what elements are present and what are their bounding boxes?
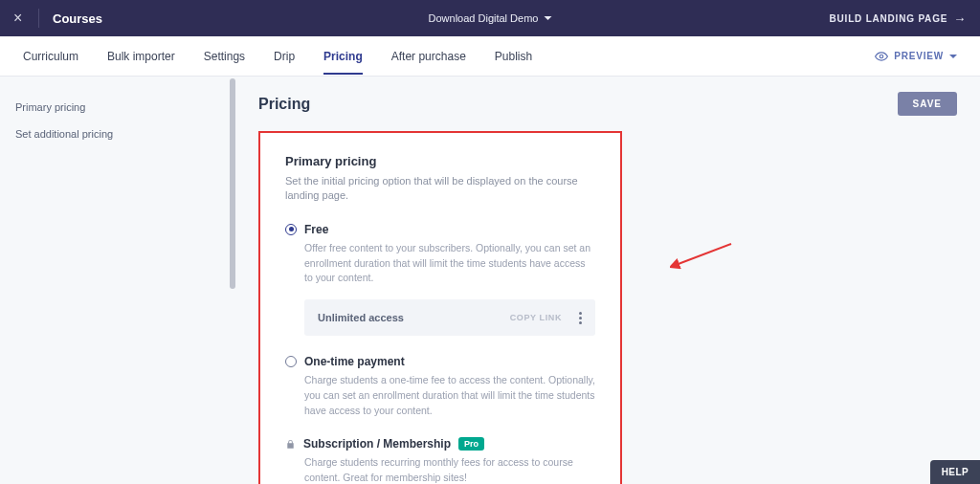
build-landing-page-label: BUILD LANDING PAGE bbox=[830, 13, 948, 24]
section-title: Primary pricing bbox=[285, 154, 595, 168]
option-label-one-time: One-time payment bbox=[304, 355, 405, 368]
pro-badge: Pro bbox=[458, 437, 484, 451]
radio-free[interactable] bbox=[285, 224, 297, 235]
tab-curriculum[interactable]: Curriculum bbox=[23, 38, 78, 75]
radio-one-time[interactable] bbox=[285, 356, 297, 367]
preview-label: PREVIEW bbox=[894, 51, 944, 61]
divider bbox=[38, 9, 39, 28]
save-button[interactable]: SAVE bbox=[898, 92, 958, 116]
section-subtitle: Set the initial pricing option that will… bbox=[285, 174, 595, 204]
pricing-option-free[interactable]: Free Offer free content to your subscrib… bbox=[285, 223, 595, 336]
preview-button[interactable]: PREVIEW bbox=[875, 50, 957, 63]
access-bar: Unlimited access COPY LINK bbox=[304, 299, 595, 336]
tab-after-purchase[interactable]: After purchase bbox=[391, 38, 466, 75]
course-selector-label: Download Digital Demo bbox=[429, 12, 539, 24]
course-selector-dropdown[interactable]: Download Digital Demo bbox=[429, 12, 552, 24]
pricing-option-one-time[interactable]: One-time payment Charge students a one-t… bbox=[285, 355, 595, 418]
main-header: Pricing SAVE bbox=[258, 92, 957, 116]
svg-point-0 bbox=[880, 55, 884, 58]
topbar: × Courses Download Digital Demo BUILD LA… bbox=[0, 0, 980, 36]
tab-settings[interactable]: Settings bbox=[204, 38, 245, 75]
option-label-subscription: Subscription / Membership bbox=[303, 437, 451, 451]
arrow-right-icon: → bbox=[953, 11, 967, 26]
kebab-menu-icon[interactable] bbox=[579, 312, 582, 324]
option-desc-subscription: Charge students recurring monthly fees f… bbox=[285, 455, 595, 484]
tab-pricing[interactable]: Pricing bbox=[323, 38, 363, 75]
primary-pricing-card: Primary pricing Set the initial pricing … bbox=[258, 131, 622, 484]
lock-icon bbox=[285, 439, 296, 450]
pricing-option-subscription[interactable]: Subscription / Membership Pro Charge stu… bbox=[285, 437, 595, 484]
caret-down-icon bbox=[544, 16, 551, 20]
tabs-bar: Curriculum Bulk importer Settings Drip P… bbox=[0, 36, 980, 77]
body: Primary pricing Set additional pricing P… bbox=[0, 77, 980, 484]
build-landing-page-button[interactable]: BUILD LANDING PAGE → bbox=[830, 11, 967, 26]
chevron-down-icon bbox=[949, 55, 957, 58]
help-button[interactable]: HELP bbox=[930, 460, 980, 484]
tab-bulk-importer[interactable]: Bulk importer bbox=[107, 38, 175, 75]
sidebar-item-additional-pricing[interactable]: Set additional pricing bbox=[15, 121, 235, 147]
eye-icon bbox=[875, 50, 888, 63]
pricing-sidebar: Primary pricing Set additional pricing bbox=[0, 77, 235, 484]
main-panel: Pricing SAVE Primary pricing Set the ini… bbox=[235, 77, 980, 484]
sidebar-item-primary-pricing[interactable]: Primary pricing bbox=[15, 94, 235, 121]
breadcrumb-title: Courses bbox=[53, 11, 102, 26]
access-label: Unlimited access bbox=[318, 312, 404, 323]
page-title: Pricing bbox=[258, 96, 310, 113]
copy-link-button[interactable]: COPY LINK bbox=[510, 313, 562, 322]
option-desc-free: Offer free content to your subscribers. … bbox=[285, 241, 595, 286]
tab-drip[interactable]: Drip bbox=[274, 38, 295, 75]
close-icon[interactable]: × bbox=[13, 10, 33, 27]
tab-publish[interactable]: Publish bbox=[495, 38, 532, 75]
option-label-free: Free bbox=[304, 223, 328, 236]
option-desc-one-time: Charge students a one-time fee to access… bbox=[285, 373, 595, 418]
